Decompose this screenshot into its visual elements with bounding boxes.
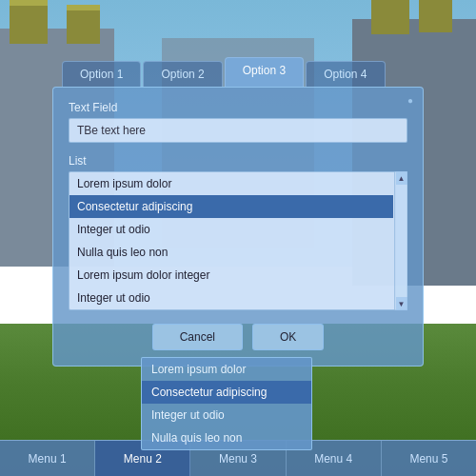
scroll-track[interactable] [396,185,407,297]
list-item-selected[interactable]: Consectetur adipiscing [69,195,393,218]
list-container: Lorem ipsum dolor Consectetur adipiscing… [69,171,407,310]
list-item[interactable]: Integer ut odio [69,287,393,309]
text-field-label: Text Field [69,101,407,114]
dropdown-item[interactable]: Lorem ipsum dolor [142,358,311,381]
cancel-button[interactable]: Cancel [152,324,243,350]
dialog-container: Option 1 Option 2 Option 3 Option 4 Text… [52,57,424,367]
tab-option4[interactable]: Option 4 [306,61,385,87]
list-item[interactable]: Integer ut odio [69,218,393,241]
list-box: Lorem ipsum dolor Consectetur adipiscing… [69,171,407,310]
scroll-up-button[interactable]: ▲ [396,171,407,185]
tab-option3[interactable]: Option 3 [225,57,304,87]
list-label: List [69,154,407,168]
text-input[interactable] [69,118,407,143]
menu-btn-1[interactable]: Menu 1 [0,441,95,476]
list-item[interactable]: Lorem ipsum dolor integer [69,264,393,287]
ok-button[interactable]: OK [252,324,324,350]
tab-option2[interactable]: Option 2 [143,61,222,87]
dropdown-menu: Lorem ipsum dolor Consectetur adipiscing… [141,357,312,450]
list-item[interactable]: Nulla quis leo non [69,241,393,264]
dialog-panel: Text Field List Lorem ipsum dolor Consec… [52,87,424,367]
tab-option1[interactable]: Option 1 [62,61,141,87]
menu-btn-5[interactable]: Menu 5 [382,441,476,476]
list-item[interactable]: Lorem ipsum dolor [69,172,393,195]
dropdown-item[interactable]: Nulla quis leo non [142,426,311,449]
list-scrollbar[interactable]: ▲ ▼ [394,171,407,310]
tab-bar: Option 1 Option 2 Option 3 Option 4 [52,57,424,87]
button-row: Cancel OK [69,324,407,350]
dropdown-item-selected[interactable]: Consectetur adipiscing [142,381,311,404]
scroll-down-button[interactable]: ▼ [396,297,407,310]
dropdown-item[interactable]: Integer ut odio [142,404,311,426]
